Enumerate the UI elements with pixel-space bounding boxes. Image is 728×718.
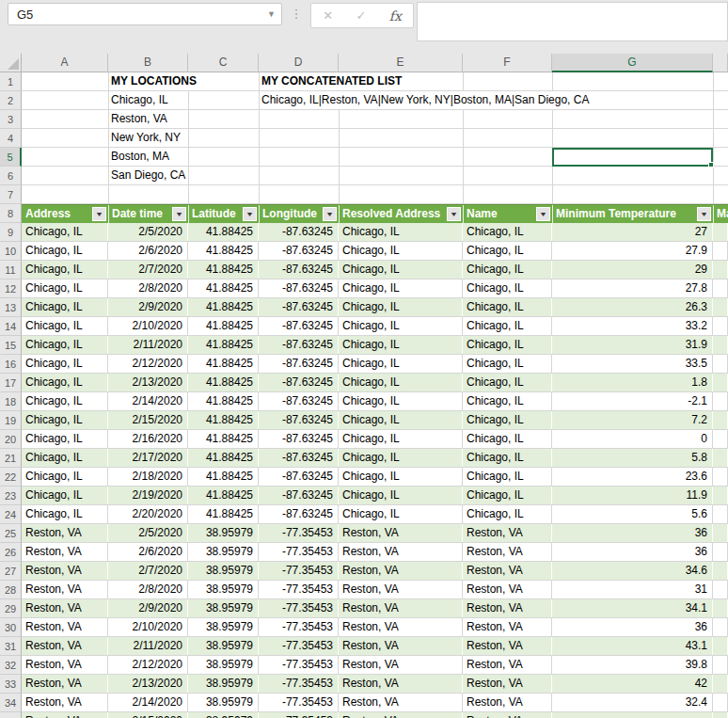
cell-A26[interactable]: Reston, VA xyxy=(22,543,108,561)
row-header-19[interactable]: 19 xyxy=(0,411,22,430)
row-header-31[interactable]: 31 xyxy=(0,637,22,656)
cell-G25[interactable]: 36 xyxy=(552,524,713,542)
cell-C9[interactable]: 41.88425 xyxy=(188,223,259,241)
cell-H11[interactable] xyxy=(713,261,728,279)
column-header-D[interactable]: D xyxy=(259,54,339,72)
cell-H29[interactable] xyxy=(713,599,728,617)
cell-A20[interactable]: Chicago, IL xyxy=(22,430,108,448)
cell-C17[interactable]: 41.88425 xyxy=(188,374,259,391)
cell-D10[interactable]: -87.63245 xyxy=(259,242,339,260)
cell-G9[interactable]: 27 xyxy=(552,223,713,241)
cell-D23[interactable]: -87.63245 xyxy=(259,487,339,504)
cell-E20[interactable]: Chicago, IL xyxy=(339,430,463,448)
cell-A29[interactable]: Reston, VA xyxy=(22,599,108,617)
cell-G23[interactable]: 11.9 xyxy=(552,487,713,504)
cell-C16[interactable]: 41.88425 xyxy=(188,355,259,373)
cell-B5[interactable]: Boston, MA xyxy=(111,148,169,166)
cell-G32[interactable]: 39.8 xyxy=(552,656,713,674)
cell-G17[interactable]: 1.8 xyxy=(552,374,713,391)
cell-B19[interactable]: 2/15/2020 xyxy=(108,411,188,429)
cell-B33[interactable]: 2/13/2020 xyxy=(108,675,188,693)
cell-B17[interactable]: 2/13/2020 xyxy=(108,374,188,391)
row-header-1[interactable]: 1 xyxy=(0,72,22,91)
row-header-6[interactable]: 6 xyxy=(0,167,22,185)
cell-G15[interactable]: 31.9 xyxy=(552,336,713,354)
cell-C15[interactable]: 41.88425 xyxy=(188,336,259,354)
namebox-dropdown-icon[interactable]: ▼ xyxy=(267,9,276,19)
row-header-7[interactable]: 7 xyxy=(0,185,22,204)
cell-D22[interactable]: -87.63245 xyxy=(259,468,339,486)
cell-A10[interactable]: Chicago, IL xyxy=(22,242,108,260)
cell-A32[interactable]: Reston, VA xyxy=(22,656,108,674)
cell-A27[interactable]: Reston, VA xyxy=(22,562,108,580)
cell-B20[interactable]: 2/16/2020 xyxy=(108,430,188,448)
cell-C31[interactable]: 38.95979 xyxy=(188,637,259,655)
filter-button-Latitude[interactable]: ▼ xyxy=(243,207,257,221)
cell-D30[interactable]: -77.35453 xyxy=(259,618,339,636)
cell-C34[interactable]: 38.95979 xyxy=(188,694,259,711)
row-header-22[interactable]: 22 xyxy=(0,468,22,487)
cell-A14[interactable]: Chicago, IL xyxy=(22,317,108,335)
cell-F12[interactable]: Chicago, IL xyxy=(463,279,552,297)
cell-G26[interactable]: 36 xyxy=(552,543,713,561)
cell-F13[interactable]: Chicago, IL xyxy=(463,298,552,316)
cell-H15[interactable] xyxy=(713,336,728,354)
cell-F27[interactable]: Reston, VA xyxy=(463,562,552,580)
cell-H27[interactable] xyxy=(713,562,728,580)
cell-H34[interactable] xyxy=(713,694,728,711)
row-header-17[interactable]: 17 xyxy=(0,374,22,392)
cell-H28[interactable] xyxy=(713,581,728,598)
cell-D12[interactable]: -87.63245 xyxy=(259,279,339,297)
cell-E31[interactable]: Reston, VA xyxy=(339,637,463,655)
cell-E10[interactable]: Chicago, IL xyxy=(339,242,463,260)
row-header-21[interactable]: 21 xyxy=(0,449,22,468)
filter-button-Minimum Temperature[interactable]: ▼ xyxy=(697,207,711,221)
cell-D27[interactable]: -77.35453 xyxy=(259,562,339,580)
cell-H23[interactable] xyxy=(713,487,728,504)
cell-F25[interactable]: Reston, VA xyxy=(463,524,552,542)
cell-H31[interactable] xyxy=(713,637,728,655)
cell-B10[interactable]: 2/6/2020 xyxy=(108,242,188,260)
cell-F24[interactable]: Chicago, IL xyxy=(463,505,552,523)
column-header-B[interactable]: B xyxy=(108,54,188,72)
filter-button-Longitude[interactable]: ▼ xyxy=(323,207,337,221)
cell-D11[interactable]: -87.63245 xyxy=(259,261,339,279)
cell-A34[interactable]: Reston, VA xyxy=(22,694,108,711)
cell-D21[interactable]: -87.63245 xyxy=(259,449,339,467)
cell-C11[interactable]: 41.88425 xyxy=(188,261,259,279)
row-header-35[interactable]: 35 xyxy=(0,712,22,718)
cell-H26[interactable] xyxy=(713,543,728,561)
cell-A25[interactable]: Reston, VA xyxy=(22,524,108,542)
cell-A17[interactable]: Chicago, IL xyxy=(22,374,108,391)
cell-E35[interactable]: Reston, VA xyxy=(339,712,463,718)
cell-G20[interactable]: 0 xyxy=(552,430,713,448)
row-header-30[interactable]: 30 xyxy=(0,618,22,637)
enter-icon[interactable]: ✓ xyxy=(356,9,366,22)
filter-button-Address[interactable]: ▼ xyxy=(92,207,106,221)
cell-H33[interactable] xyxy=(713,675,728,693)
cell-B4[interactable]: New York, NY xyxy=(111,129,181,147)
cell-E32[interactable]: Reston, VA xyxy=(339,656,463,674)
row-header-14[interactable]: 14 xyxy=(0,317,22,336)
column-header-H[interactable] xyxy=(713,54,728,72)
cell-E18[interactable]: Chicago, IL xyxy=(339,392,463,410)
cell-F18[interactable]: Chicago, IL xyxy=(463,392,552,410)
row-header-16[interactable]: 16 xyxy=(0,355,22,374)
cell-G18[interactable]: -2.1 xyxy=(552,392,713,410)
cell-B15[interactable]: 2/11/2020 xyxy=(108,336,188,354)
cell-D25[interactable]: -77.35453 xyxy=(259,524,339,542)
cell-E13[interactable]: Chicago, IL xyxy=(339,298,463,316)
cell-B1[interactable]: MY LOCATIONS xyxy=(111,72,197,90)
cell-A35[interactable]: Reston, VA xyxy=(22,712,108,718)
cell-E16[interactable]: Chicago, IL xyxy=(339,355,463,373)
cancel-icon[interactable]: ✕ xyxy=(323,9,333,22)
cell-F32[interactable]: Reston, VA xyxy=(463,656,552,674)
cell-A16[interactable]: Chicago, IL xyxy=(22,355,108,373)
cell-D19[interactable]: -87.63245 xyxy=(259,411,339,429)
cell-H32[interactable] xyxy=(713,656,728,674)
row-header-28[interactable]: 28 xyxy=(0,581,22,599)
cell-C29[interactable]: 38.95979 xyxy=(188,599,259,617)
cell-C19[interactable]: 41.88425 xyxy=(188,411,259,429)
cell-A24[interactable]: Chicago, IL xyxy=(22,505,108,523)
cell-C12[interactable]: 41.88425 xyxy=(188,279,259,297)
